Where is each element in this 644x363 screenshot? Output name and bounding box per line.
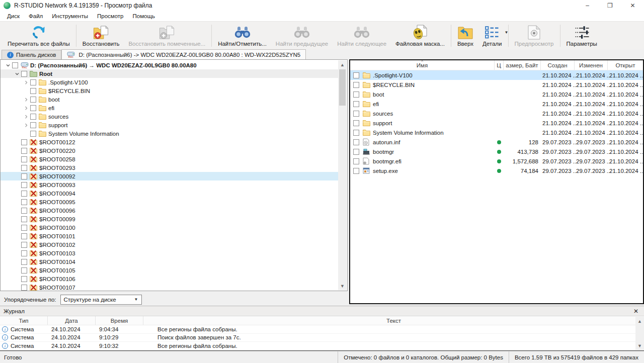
tree-item[interactable]: $ROOT00094 bbox=[1, 189, 338, 198]
tab-recognized-volume[interactable]: Rec. D: (Распознанный6) -> WDC WD20EZAZ-… bbox=[61, 49, 306, 59]
scroll-down-icon[interactable]: ▼ bbox=[635, 341, 644, 350]
tree-item[interactable]: $ROOT00093 bbox=[1, 180, 338, 189]
tree-item[interactable]: $ROOT00104 bbox=[1, 257, 338, 266]
tree-item[interactable]: $ROOT00100 bbox=[1, 223, 338, 232]
column-header-modified[interactable]: Изменен bbox=[575, 60, 608, 70]
checkbox[interactable] bbox=[353, 168, 359, 174]
tree-item[interactable]: $RECYCLE.BIN bbox=[1, 86, 338, 95]
toolbar-details-button[interactable]: Детали▼ bbox=[478, 22, 506, 49]
checkbox[interactable] bbox=[353, 158, 359, 164]
checkbox[interactable] bbox=[21, 285, 27, 291]
checkbox[interactable] bbox=[30, 79, 36, 85]
toolbar-recover-button[interactable]: Восстановить bbox=[78, 22, 124, 49]
file-row[interactable]: $RECYCLE.BIN21.10.2024 ...21.10.2024 ...… bbox=[350, 80, 643, 89]
file-row[interactable]: setup.exe74,18429.07.2023 ...29.07.2023 … bbox=[350, 166, 643, 175]
minimize-button[interactable]: – bbox=[576, 0, 599, 11]
file-row[interactable]: .Spotlight-V10021.10.2024 ...21.10.2024 … bbox=[350, 70, 643, 80]
toolbar-refresh-button[interactable]: Перечитать все файлы bbox=[3, 22, 74, 49]
checkbox[interactable] bbox=[21, 208, 27, 214]
checkbox[interactable] bbox=[21, 225, 27, 231]
checkbox[interactable] bbox=[353, 92, 359, 98]
tree-item[interactable]: $ROOT00096 bbox=[1, 206, 338, 215]
file-row[interactable]: sources21.10.2024 ...21.10.2024 ...21.10… bbox=[350, 109, 643, 118]
log-row[interactable]: iСистема24.10.20249:10:29Поиск файлов за… bbox=[0, 334, 644, 342]
column-header-created[interactable]: Создан bbox=[541, 60, 575, 70]
file-row[interactable]: bootmgr413,73829.07.2023 ...29.07.2023 .… bbox=[350, 147, 643, 156]
tree-item[interactable]: System Volume Information bbox=[1, 129, 338, 138]
tree-item[interactable]: $ROOT00220 bbox=[1, 146, 338, 155]
column-header-size[interactable]: азмер, Байт bbox=[504, 60, 541, 70]
menu-item-1[interactable]: Файл bbox=[24, 12, 47, 20]
log-column-time[interactable]: Время bbox=[96, 316, 143, 325]
file-row[interactable]: autorun.inf12829.07.2023 ...29.07.2023 .… bbox=[350, 137, 643, 147]
restore-button[interactable]: ❐ bbox=[599, 0, 621, 11]
tree-item[interactable]: $ROOT00106 bbox=[1, 275, 338, 283]
chevron-closed-icon[interactable] bbox=[22, 106, 30, 111]
tree-item[interactable]: Rec.D: (Распознанный6) → WDC WD20EZAZ-00… bbox=[1, 61, 338, 69]
tree-item[interactable]: $ROOT00293 bbox=[1, 163, 338, 172]
checkbox[interactable] bbox=[353, 72, 359, 78]
chevron-down-icon[interactable]: ▼ bbox=[505, 30, 509, 35]
checkbox[interactable] bbox=[30, 131, 36, 137]
checkbox[interactable] bbox=[21, 233, 27, 239]
menu-item-4[interactable]: Помощь bbox=[128, 12, 159, 20]
checkbox[interactable] bbox=[21, 276, 27, 282]
scroll-up-icon[interactable]: ▲ bbox=[338, 60, 347, 69]
file-row[interactable]: bootmgr.efi1,572,68829.07.2023 ...29.07.… bbox=[350, 156, 643, 166]
checkbox[interactable] bbox=[21, 216, 27, 222]
tab-drive-panel[interactable]: i Панель дисков bbox=[2, 50, 61, 59]
tree-item[interactable]: $ROOT00095 bbox=[1, 198, 338, 206]
checkbox[interactable] bbox=[21, 242, 27, 248]
tree-item[interactable]: $ROOT00103 bbox=[1, 249, 338, 257]
checkbox[interactable] bbox=[21, 165, 27, 171]
checkbox[interactable] bbox=[21, 191, 27, 197]
toolbar-options-button[interactable]: Параметры bbox=[562, 22, 602, 49]
menu-item-3[interactable]: Просмотр bbox=[93, 12, 128, 20]
log-row[interactable]: iСистема24.10.20249:10:32Все регионы фай… bbox=[0, 342, 644, 350]
checkbox[interactable] bbox=[21, 259, 27, 265]
checkbox[interactable] bbox=[30, 114, 36, 120]
checkbox[interactable] bbox=[353, 130, 359, 136]
tree-item[interactable]: support bbox=[1, 121, 338, 129]
tree-item[interactable]: Root bbox=[1, 69, 338, 78]
tree-item[interactable]: boot bbox=[1, 95, 338, 104]
tree-item[interactable]: $ROOT00099 bbox=[1, 215, 338, 223]
checkbox[interactable] bbox=[12, 62, 18, 68]
toolbar-binoculars-button[interactable]: Найти/Отметить... bbox=[213, 22, 271, 49]
close-button[interactable]: ✕ bbox=[621, 0, 644, 11]
file-row[interactable]: System Volume Information21.10.2024 ...2… bbox=[350, 128, 643, 137]
tree-item[interactable]: $ROOT00105 bbox=[1, 266, 338, 275]
checkbox[interactable] bbox=[21, 148, 27, 154]
column-header-integrity[interactable]: Ц bbox=[495, 60, 504, 70]
checkbox[interactable] bbox=[353, 139, 359, 145]
column-header-name[interactable]: ˄ Имя bbox=[350, 60, 495, 70]
checkbox[interactable] bbox=[353, 149, 359, 155]
checkbox[interactable] bbox=[353, 101, 359, 107]
column-header-opened[interactable]: Открыт bbox=[608, 60, 643, 70]
file-row[interactable]: boot21.10.2024 ...21.10.2024 ...21.10.20… bbox=[350, 89, 643, 99]
checkbox[interactable] bbox=[30, 122, 36, 128]
sort-order-select[interactable]: Структуре на диске ▼ bbox=[60, 295, 142, 305]
toolbar-folder-up-button[interactable]: Вверх bbox=[453, 22, 478, 49]
chevron-closed-icon[interactable] bbox=[22, 80, 30, 85]
checkbox[interactable] bbox=[30, 97, 36, 103]
log-close-icon[interactable]: ✕ bbox=[631, 308, 640, 315]
menu-item-0[interactable]: Диск bbox=[3, 12, 24, 20]
checkbox[interactable] bbox=[21, 182, 27, 188]
chevron-closed-icon[interactable] bbox=[22, 123, 30, 128]
checkbox[interactable] bbox=[353, 111, 359, 117]
checkbox[interactable] bbox=[353, 82, 359, 88]
chevron-closed-icon[interactable] bbox=[22, 97, 30, 102]
tree-item[interactable]: sources bbox=[1, 112, 338, 121]
tree-item[interactable]: $ROOT00107 bbox=[1, 283, 338, 291]
tree-item[interactable]: efi bbox=[1, 104, 338, 112]
log-column-text[interactable]: Текст bbox=[143, 316, 644, 325]
scroll-up-icon[interactable]: ▲ bbox=[635, 317, 644, 325]
tree-item[interactable]: $ROOT00102 bbox=[1, 240, 338, 249]
checkbox[interactable] bbox=[21, 267, 27, 274]
checkbox[interactable] bbox=[21, 173, 27, 179]
chevron-open-icon[interactable] bbox=[4, 63, 12, 68]
scroll-down-icon[interactable]: ▼ bbox=[338, 282, 347, 290]
scroll-thumb[interactable] bbox=[339, 69, 346, 106]
checkbox[interactable] bbox=[30, 105, 36, 111]
